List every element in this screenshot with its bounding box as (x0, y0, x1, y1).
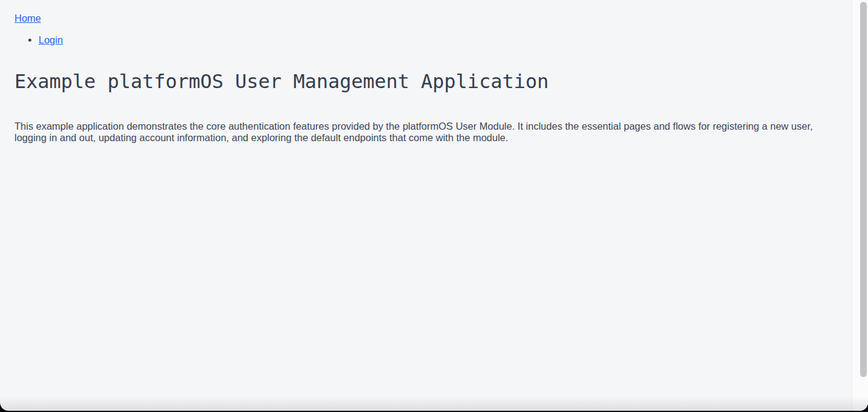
login-link[interactable]: Login (39, 34, 63, 45)
nav-list: Login (14, 34, 840, 46)
intro-paragraph: This example application demonstrates th… (14, 121, 840, 144)
home-link-row: Home (14, 13, 840, 24)
home-link[interactable]: Home (14, 13, 41, 24)
page-title: Example platformOS User Management Appli… (14, 70, 840, 93)
list-item: Login (39, 34, 840, 46)
scrollbar-thumb[interactable] (860, 2, 867, 377)
page-content: Home Login Example platformOS User Manag… (0, 0, 868, 144)
scrollbar-track[interactable] (852, 0, 868, 411)
bottom-edge-shadow (0, 396, 868, 411)
browser-viewport: Home Login Example platformOS User Manag… (0, 0, 868, 411)
